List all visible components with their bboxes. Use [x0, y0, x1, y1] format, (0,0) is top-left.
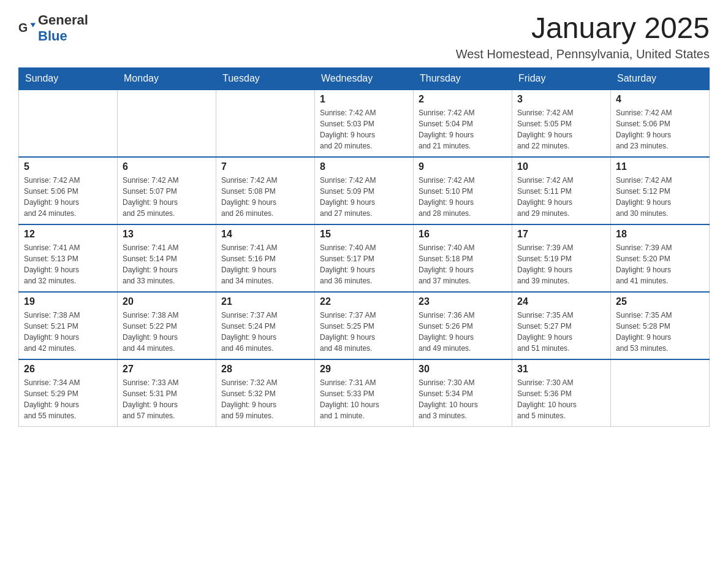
day-info: Sunrise: 7:30 AMSunset: 5:34 PMDaylight:… [419, 377, 507, 421]
svg-marker-1 [31, 23, 36, 28]
day-number: 17 [517, 229, 605, 240]
day-info: Sunrise: 7:37 AMSunset: 5:24 PMDaylight:… [221, 310, 309, 354]
day-number: 24 [517, 296, 605, 307]
calendar-cell: 8Sunrise: 7:42 AMSunset: 5:09 PMDaylight… [315, 157, 414, 224]
calendar-cell: 24Sunrise: 7:35 AMSunset: 5:27 PMDayligh… [512, 292, 611, 359]
day-number: 1 [320, 94, 408, 105]
calendar-cell: 1Sunrise: 7:42 AMSunset: 5:03 PMDaylight… [315, 90, 414, 157]
day-number: 21 [221, 296, 309, 307]
day-info: Sunrise: 7:30 AMSunset: 5:36 PMDaylight:… [517, 377, 605, 421]
calendar-cell: 22Sunrise: 7:37 AMSunset: 5:25 PMDayligh… [315, 292, 414, 359]
weekday-header-wednesday: Wednesday [315, 67, 414, 90]
calendar-cell: 13Sunrise: 7:41 AMSunset: 5:14 PMDayligh… [118, 224, 216, 292]
day-number: 2 [419, 94, 507, 105]
day-number: 11 [616, 161, 704, 172]
day-info: Sunrise: 7:42 AMSunset: 5:06 PMDaylight:… [24, 175, 112, 219]
day-info: Sunrise: 7:31 AMSunset: 5:33 PMDaylight:… [320, 377, 408, 421]
day-number: 6 [123, 161, 211, 172]
weekday-header-saturday: Saturday [611, 67, 710, 90]
logo-text: General Blue [38, 12, 88, 44]
location-title: West Homestead, Pennsylvania, United Sta… [456, 47, 710, 61]
day-number: 20 [123, 296, 211, 307]
day-number: 13 [123, 229, 211, 240]
day-number: 10 [517, 161, 605, 172]
weekday-header-tuesday: Tuesday [216, 67, 315, 90]
calendar-cell [19, 90, 118, 157]
calendar-cell: 10Sunrise: 7:42 AMSunset: 5:11 PMDayligh… [512, 157, 611, 224]
day-number: 9 [419, 161, 507, 172]
calendar-cell: 9Sunrise: 7:42 AMSunset: 5:10 PMDaylight… [414, 157, 512, 224]
calendar-cell: 28Sunrise: 7:32 AMSunset: 5:32 PMDayligh… [216, 359, 315, 427]
calendar-cell: 31Sunrise: 7:30 AMSunset: 5:36 PMDayligh… [512, 359, 611, 427]
logo-blue: Blue [38, 28, 67, 44]
day-number: 14 [221, 229, 309, 240]
calendar-week-5: 26Sunrise: 7:34 AMSunset: 5:29 PMDayligh… [19, 359, 710, 427]
day-number: 5 [24, 161, 112, 172]
day-info: Sunrise: 7:38 AMSunset: 5:22 PMDaylight:… [123, 310, 211, 354]
calendar-cell: 25Sunrise: 7:35 AMSunset: 5:28 PMDayligh… [611, 292, 710, 359]
calendar-cell: 4Sunrise: 7:42 AMSunset: 5:06 PMDaylight… [611, 90, 710, 157]
calendar-header-row: SundayMondayTuesdayWednesdayThursdayFrid… [19, 67, 710, 90]
calendar-cell: 17Sunrise: 7:39 AMSunset: 5:19 PMDayligh… [512, 224, 611, 292]
day-number: 28 [221, 364, 309, 375]
calendar-cell: 16Sunrise: 7:40 AMSunset: 5:18 PMDayligh… [414, 224, 512, 292]
day-info: Sunrise: 7:41 AMSunset: 5:13 PMDaylight:… [24, 242, 112, 286]
day-info: Sunrise: 7:33 AMSunset: 5:31 PMDaylight:… [123, 377, 211, 421]
day-info: Sunrise: 7:41 AMSunset: 5:14 PMDaylight:… [123, 242, 211, 286]
calendar-cell: 29Sunrise: 7:31 AMSunset: 5:33 PMDayligh… [315, 359, 414, 427]
weekday-header-friday: Friday [512, 67, 611, 90]
month-title: January 2025 [456, 12, 710, 45]
day-info: Sunrise: 7:42 AMSunset: 5:06 PMDaylight:… [616, 107, 704, 151]
day-info: Sunrise: 7:42 AMSunset: 5:04 PMDaylight:… [419, 107, 507, 151]
calendar-cell: 5Sunrise: 7:42 AMSunset: 5:06 PMDaylight… [19, 157, 118, 224]
calendar-cell: 2Sunrise: 7:42 AMSunset: 5:04 PMDaylight… [414, 90, 512, 157]
day-info: Sunrise: 7:42 AMSunset: 5:10 PMDaylight:… [419, 175, 507, 219]
calendar-cell: 14Sunrise: 7:41 AMSunset: 5:16 PMDayligh… [216, 224, 315, 292]
day-info: Sunrise: 7:42 AMSunset: 5:08 PMDaylight:… [221, 175, 309, 219]
calendar-table: SundayMondayTuesdayWednesdayThursdayFrid… [18, 67, 710, 427]
day-info: Sunrise: 7:42 AMSunset: 5:07 PMDaylight:… [123, 175, 211, 219]
calendar-week-1: 1Sunrise: 7:42 AMSunset: 5:03 PMDaylight… [19, 90, 710, 157]
day-info: Sunrise: 7:35 AMSunset: 5:28 PMDaylight:… [616, 310, 704, 354]
calendar-cell [611, 359, 710, 427]
day-info: Sunrise: 7:34 AMSunset: 5:29 PMDaylight:… [24, 377, 112, 421]
calendar-cell: 7Sunrise: 7:42 AMSunset: 5:08 PMDaylight… [216, 157, 315, 224]
day-number: 26 [24, 364, 112, 375]
day-info: Sunrise: 7:40 AMSunset: 5:18 PMDaylight:… [419, 242, 507, 286]
calendar-cell: 15Sunrise: 7:40 AMSunset: 5:17 PMDayligh… [315, 224, 414, 292]
calendar-cell: 19Sunrise: 7:38 AMSunset: 5:21 PMDayligh… [19, 292, 118, 359]
calendar-cell: 12Sunrise: 7:41 AMSunset: 5:13 PMDayligh… [19, 224, 118, 292]
day-info: Sunrise: 7:42 AMSunset: 5:03 PMDaylight:… [320, 107, 408, 151]
day-number: 7 [221, 161, 309, 172]
day-info: Sunrise: 7:35 AMSunset: 5:27 PMDaylight:… [517, 310, 605, 354]
svg-text:G: G [18, 21, 28, 34]
day-info: Sunrise: 7:42 AMSunset: 5:09 PMDaylight:… [320, 175, 408, 219]
calendar-week-3: 12Sunrise: 7:41 AMSunset: 5:13 PMDayligh… [19, 224, 710, 292]
calendar-cell [118, 90, 216, 157]
day-number: 15 [320, 229, 408, 240]
calendar-week-2: 5Sunrise: 7:42 AMSunset: 5:06 PMDaylight… [19, 157, 710, 224]
day-number: 27 [123, 364, 211, 375]
calendar-cell: 6Sunrise: 7:42 AMSunset: 5:07 PMDaylight… [118, 157, 216, 224]
calendar-cell: 30Sunrise: 7:30 AMSunset: 5:34 PMDayligh… [414, 359, 512, 427]
calendar-week-4: 19Sunrise: 7:38 AMSunset: 5:21 PMDayligh… [19, 292, 710, 359]
day-number: 29 [320, 364, 408, 375]
weekday-header-thursday: Thursday [414, 67, 512, 90]
logo: G General Blue [18, 12, 88, 44]
logo-general: General [38, 12, 88, 28]
weekday-header-sunday: Sunday [19, 67, 118, 90]
calendar-cell: 23Sunrise: 7:36 AMSunset: 5:26 PMDayligh… [414, 292, 512, 359]
day-number: 4 [616, 94, 704, 105]
day-info: Sunrise: 7:37 AMSunset: 5:25 PMDaylight:… [320, 310, 408, 354]
day-info: Sunrise: 7:32 AMSunset: 5:32 PMDaylight:… [221, 377, 309, 421]
day-info: Sunrise: 7:42 AMSunset: 5:05 PMDaylight:… [517, 107, 605, 151]
day-info: Sunrise: 7:39 AMSunset: 5:20 PMDaylight:… [616, 242, 704, 286]
day-number: 12 [24, 229, 112, 240]
calendar-cell: 18Sunrise: 7:39 AMSunset: 5:20 PMDayligh… [611, 224, 710, 292]
day-number: 25 [616, 296, 704, 307]
page-header: G General Blue January 2025 West Homeste… [18, 12, 710, 61]
day-number: 23 [419, 296, 507, 307]
day-number: 22 [320, 296, 408, 307]
day-info: Sunrise: 7:36 AMSunset: 5:26 PMDaylight:… [419, 310, 507, 354]
day-info: Sunrise: 7:42 AMSunset: 5:12 PMDaylight:… [616, 175, 704, 219]
